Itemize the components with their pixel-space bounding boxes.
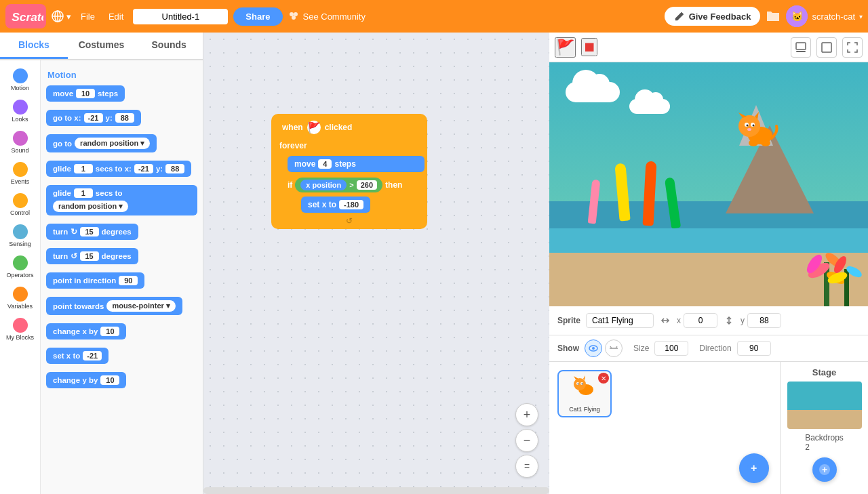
plant-far-right: [831, 245, 865, 306]
show-visible-button[interactable]: [585, 339, 602, 357]
direction-input[interactable]: [737, 341, 771, 356]
block-glide-random[interactable]: glide 1 secs to random position ▾: [46, 185, 197, 215]
sprite-thumb-cat1[interactable]: ✕: [557, 370, 612, 417]
y-label: y: [741, 316, 745, 325]
category-motion[interactable]: Motion: [1, 66, 39, 94]
block-go-to-xy[interactable]: go to x: -21 y: 88: [46, 110, 141, 126]
folder-button[interactable]: [766, 8, 781, 25]
sprite-delete-button[interactable]: ✕: [598, 373, 609, 384]
file-menu[interactable]: File: [77, 9, 99, 24]
edit-menu[interactable]: Edit: [104, 9, 127, 24]
block-glide-xy[interactable]: glide 1 secs to x: -21 y: 88: [46, 161, 191, 177]
sprite-name-input[interactable]: [586, 313, 654, 328]
svg-text:+: +: [822, 464, 827, 475]
canvas-area[interactable]: when 🚩 clicked forever move 4 steps: [203, 33, 549, 494]
avatar: 🐱: [786, 5, 808, 27]
zoom-reset-button[interactable]: =: [515, 455, 538, 478]
block-go-to-random[interactable]: go to random position ▾: [46, 134, 157, 152]
zoom-out-button[interactable]: −: [515, 429, 538, 452]
sprite-cat-image: [571, 375, 598, 403]
block-turn-ccw[interactable]: turn ↺ 15 degrees: [46, 248, 138, 264]
normal-stage-button[interactable]: [816, 37, 837, 58]
variables-dot: [13, 287, 28, 302]
if-block[interactable]: if x position > 260 then: [288, 176, 425, 213]
y-prop: y: [741, 313, 781, 328]
x-label: x: [677, 316, 681, 325]
tab-costumes[interactable]: Costumes: [68, 33, 136, 59]
fullscreen-icon: [847, 42, 858, 53]
x-input[interactable]: [684, 313, 717, 328]
tab-blocks[interactable]: Blocks: [0, 33, 68, 59]
zoom-in-button[interactable]: +: [515, 403, 538, 426]
stage-canvas[interactable]: [549, 62, 868, 306]
category-sensing-label: Sensing: [9, 241, 31, 247]
see-community-button[interactable]: See Community: [288, 11, 366, 22]
category-control-label: Control: [10, 209, 30, 216]
inner-blocks: move 4 steps if x position > 260: [274, 153, 425, 215]
scratch-logo[interactable]: Scratch: [5, 4, 46, 28]
block-turn-cw[interactable]: turn ↻ 15 degrees: [46, 224, 138, 240]
condition-block[interactable]: x position > 260: [295, 178, 382, 192]
show-hidden-button[interactable]: [605, 339, 623, 357]
flag-icon: 🚩: [307, 121, 321, 134]
svg-point-7: [294, 12, 298, 16]
category-looks[interactable]: Looks: [1, 97, 39, 125]
cat-svg: [734, 111, 782, 148]
category-my-blocks[interactable]: My Blocks: [1, 315, 39, 344]
block-point-towards[interactable]: point towards mouse-pointer ▾: [46, 297, 182, 315]
category-variables[interactable]: Variables: [1, 284, 39, 312]
code-blocks-container[interactable]: when 🚩 clicked forever move 4 steps: [271, 114, 427, 229]
operators-dot: [13, 255, 28, 270]
block-change-y[interactable]: change y by 10: [46, 372, 126, 388]
small-stage-button[interactable]: [791, 37, 811, 58]
project-title-input[interactable]: [133, 9, 228, 24]
categories-sidebar: Motion Looks Sound Events Control: [0, 60, 41, 494]
x-prop: x: [677, 313, 717, 328]
folder-icon: [766, 8, 781, 23]
topbar: Scratch ▾ File Edit Share See Community …: [0, 0, 868, 33]
control-dot: [13, 193, 28, 208]
stage-header: 🚩 ⏹: [549, 33, 868, 62]
right-content: 🚩 ⏹: [549, 33, 868, 494]
y-input[interactable]: [747, 313, 781, 328]
block-set-x[interactable]: set x to -21: [46, 348, 108, 364]
fullscreen-button[interactable]: [842, 37, 863, 58]
move-block[interactable]: move 4 steps: [288, 156, 425, 172]
hat-block[interactable]: when 🚩 clicked: [274, 117, 425, 138]
set-x-block[interactable]: set x to -180: [301, 197, 370, 213]
add-sprite-button[interactable]: +: [739, 453, 769, 483]
backdrops-label: Backdrops 2: [805, 433, 844, 452]
svg-point-39: [582, 384, 583, 385]
give-feedback-button[interactable]: Give Feedback: [665, 7, 761, 26]
show-label: Show: [557, 344, 579, 353]
category-events-label: Events: [11, 178, 30, 185]
globe-button[interactable]: ▾: [52, 10, 71, 22]
green-flag-button[interactable]: 🚩: [555, 37, 576, 58]
category-control[interactable]: Control: [1, 190, 39, 219]
if-label: if x position > 260 then: [288, 176, 425, 194]
block-change-x[interactable]: change x by 10: [46, 323, 126, 339]
avatar-area[interactable]: 🐱 scratch-cat ▾: [786, 5, 863, 27]
share-button[interactable]: Share: [233, 7, 282, 26]
red-stop-button[interactable]: ⏹: [581, 38, 597, 56]
block-move-steps[interactable]: move 10 steps: [46, 85, 125, 102]
size-input[interactable]: [654, 341, 688, 356]
category-sound[interactable]: Sound: [1, 128, 39, 157]
blocks-list: Motion move 10 steps go to x: -21 y:: [41, 60, 203, 494]
block-point-direction[interactable]: point in direction 90: [46, 272, 144, 289]
tab-sounds[interactable]: Sounds: [135, 33, 203, 59]
arrow-xy-icon: [659, 314, 671, 327]
category-operators[interactable]: Operators: [1, 253, 39, 281]
svg-point-38: [578, 384, 579, 385]
show-toggle: [585, 339, 623, 357]
category-events[interactable]: Events: [1, 159, 39, 188]
events-dot: [13, 162, 28, 177]
category-my-blocks-label: My Blocks: [6, 334, 34, 341]
category-sensing[interactable]: Sensing: [1, 222, 39, 250]
canvas-scrollbar[interactable]: [203, 487, 549, 494]
stage-mini-preview[interactable]: [787, 382, 862, 429]
svg-point-28: [592, 347, 595, 350]
script-block[interactable]: when 🚩 clicked forever move 4 steps: [271, 114, 427, 229]
add-backdrop-button[interactable]: +: [812, 457, 837, 482]
zoom-controls: + − =: [515, 403, 538, 478]
